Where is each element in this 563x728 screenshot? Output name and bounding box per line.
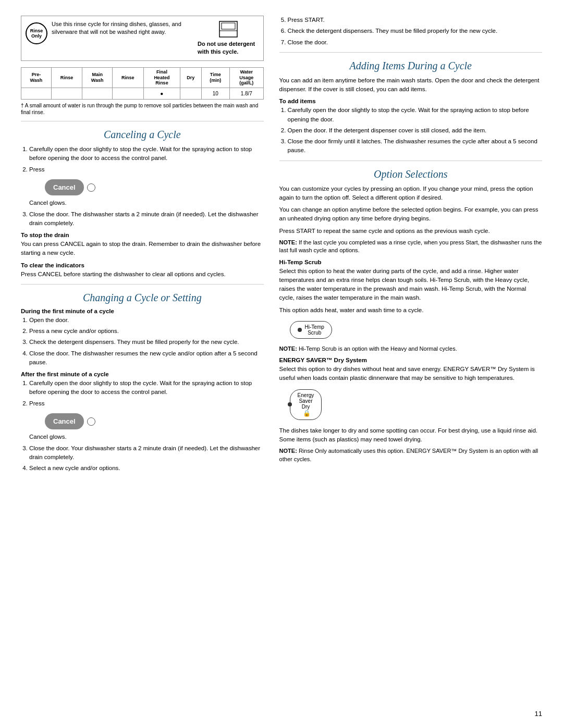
cell-rinse1 [51,88,82,100]
after-min-step-3: Close the door. Your dishwasher starts a… [29,444,264,462]
to-stop-drain-heading: To stop the drain [21,232,264,238]
after-min-step-4: Select a new cycle and/or options. [29,464,264,473]
hi-temp-heading: Hi-Temp Scrub [279,259,542,265]
cell-dry [180,88,201,100]
right-column: Press START. Check the detergent dispens… [279,16,542,476]
changing-title: Changing a Cycle or Setting [21,292,264,304]
to-add-heading: To add items [279,98,542,104]
energy-btn-label: EnergySaverDry [298,392,314,410]
cell-final-rinse: ● [143,88,180,100]
first-min-step-4: Close the door. The dishwasher resumes t… [29,349,264,367]
energy-note: NOTE: Rinse Only automatically uses this… [279,447,542,463]
hi-temp-text1: Select this option to heat the water dur… [279,267,542,303]
option-intro3: Press START to repeat the same cycle and… [279,227,542,236]
after-minute-steps: Carefully open the door slightly to stop… [21,379,264,473]
after-cancel-circle-icon [87,417,95,426]
hi-temp-btn-label: Hi-TempScrub [305,324,324,336]
add-step-3: Close the door firmly until it latches. … [288,137,542,155]
cell-water: 1.8/7 [229,88,263,100]
col-rinse1: Rinse [51,67,82,88]
cell-rinse2 [113,88,144,100]
cont-step-5: Press START. [288,16,542,24]
after-minute-heading: After the first minute of a cycle [21,371,264,377]
energy-text2: The dishes take longer to dry and some s… [279,426,542,445]
add-step-1: Carefully open the door slightly to stop… [288,106,542,124]
option-intro1: You can customize your cycles by pressin… [279,184,542,203]
cycle-table: Pre-Wash Rinse MainWash Rinse FinalHeate… [21,67,264,100]
cont-step-6: Check the detergent dispensers. They mus… [288,27,542,35]
canceling-title: Canceling a Cycle [21,129,264,141]
col-dry: Dry [180,67,201,88]
first-min-step-2: Press a new cycle and/or options. [29,327,264,336]
cell-pre-wash [21,88,52,100]
col-water: WaterUsage(gal/L) [229,67,263,88]
cancel-button[interactable]: Cancel [45,179,84,196]
hi-temp-btn-wrap: Hi-TempScrub [279,318,542,342]
add-items-steps: Carefully open the door slightly to stop… [279,106,542,155]
first-minute-heading: During the first minute of a cycle [21,308,264,314]
divider-4 [279,161,542,161]
cancel-circle-icon [87,183,95,192]
rinse-only-circle: Rinse Only [26,22,47,44]
hi-temp-text2: This option adds heat, water and wash ti… [279,306,542,315]
option-note1: NOTE: If the last cycle you completed wa… [279,239,542,255]
col-main-wash: MainWash [82,67,113,88]
canceling-body: Carefully open the door slightly to stop… [21,145,264,228]
cancel-step-1: Carefully open the door slightly to stop… [29,145,264,163]
divider-2 [21,284,264,285]
cancel-step-2: Press Cancel Cancel glows. [29,165,264,208]
cancel-step-3: Close the door. The dishwasher starts a … [29,210,264,228]
to-clear-indicators-text: Press CANCEL before starting the dishwas… [21,270,264,279]
svg-rect-1 [222,23,235,29]
first-min-step-3: Check the detergent dispensers. They mus… [29,338,264,347]
continuing-steps: Press START. Check the detergent dispens… [279,16,542,47]
page-number: 11 [535,710,542,718]
divider-3 [279,52,542,53]
col-time: Time(min) [201,67,229,88]
lock-icon: 🔒 [303,410,311,417]
table-row: ● 10 1.8/7 [21,88,264,100]
col-pre-wash: Pre-Wash [21,67,52,88]
adding-items-intro: You can add an item anytime before the m… [279,76,542,94]
divider-1 [21,121,264,121]
to-clear-indicators-heading: To clear the indicators [21,262,264,268]
only-label: Only [31,33,42,39]
dispenser-icon [218,20,238,38]
rinse-label: Rinse [30,28,43,33]
col-rinse2: Rinse [113,67,144,88]
add-step-2: Open the door. If the detergent dispense… [288,126,542,135]
first-minute-steps: Open the door. Press a new cycle and/or … [21,316,264,367]
cell-time: 10 [201,88,229,100]
left-column: Rinse Only Use this rinse cycle for rins… [21,16,264,476]
adding-items-title: Adding Items During a Cycle [279,60,542,72]
rinse-only-section: Rinse Only Use this rinse cycle for rins… [21,16,264,61]
after-cancel-wrap: Cancel [45,413,264,430]
after-min-step-2: Press Cancel Cancel glows. [29,399,264,442]
after-cancel-button[interactable]: Cancel [45,413,84,430]
cell-main-wash [82,88,113,100]
hi-temp-button[interactable]: Hi-TempScrub [290,321,332,339]
col-final-heated-rinse: FinalHeatedRinse [143,67,180,88]
rinse-description: Use this rinse cycle for rinsing dishes,… [52,20,192,36]
after-min-step-1: Carefully open the door slightly to stop… [29,379,264,397]
hi-temp-dot [298,328,302,332]
first-min-step-1: Open the door. [29,316,264,325]
cancel-button-wrap: Cancel [45,179,264,196]
option-selections-title: Option Selections [279,168,542,180]
cont-step-7: Close the door. [288,38,542,47]
hi-temp-note: NOTE: Hi-Temp Scrub is an option with th… [279,345,542,353]
energy-dot [288,402,292,406]
to-stop-drain-text: You can press CANCEL again to stop the d… [21,240,264,258]
do-not-use-label: Do not use detergent with this cycle. [198,41,255,55]
option-intro2: You can change an option anytime before … [279,205,542,224]
energy-btn-wrap: EnergySaverDry 🔒 [279,386,542,423]
energy-saver-heading: ENERGY SAVER™ Dry System [279,357,542,363]
energy-text1: Select this option to dry dishes without… [279,365,542,383]
do-not-use-block: Do not use detergent with this cycle. [198,20,259,56]
energy-saver-button[interactable]: EnergySaverDry 🔒 [290,389,322,420]
table-footnote: † A small amount of water is run through… [21,102,264,116]
